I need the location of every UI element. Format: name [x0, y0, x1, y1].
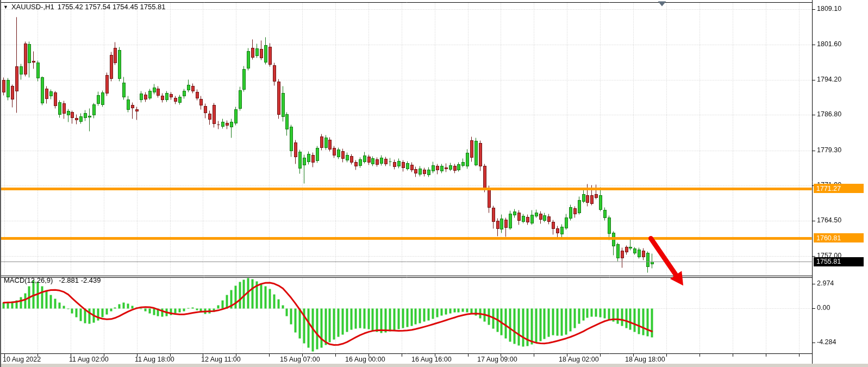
indicator-axis-label: 2.974 — [817, 279, 834, 287]
symbol-dropdown-icon[interactable]: ▼ — [3, 4, 8, 10]
indicator-label: MACD(12,26,9) -2.881 -2.439 — [4, 276, 101, 284]
time-axis-label: 16 Aug 16:00 — [411, 356, 452, 363]
time-axis-label: 16 Aug 00:00 — [345, 356, 385, 363]
macd-name-label: MACD(12,26,9) — [4, 276, 53, 284]
time-axis-label: 18 Aug 18:00 — [625, 356, 665, 363]
last-price-badge: 1755.81 — [814, 257, 864, 266]
chart-title: ▼ XAUUSD-,H1 1755.42 1757.54 1754.45 175… — [3, 3, 165, 11]
indicator-axis-label: -4.284 — [817, 338, 836, 346]
time-axis-label: 10 Aug 2022 — [3, 356, 41, 363]
price-axis-label: 1764.50 — [817, 216, 841, 224]
time-axis-label: 15 Aug 07:00 — [280, 356, 320, 363]
time-axis-label: 11 Aug 02:00 — [69, 356, 109, 363]
window-left-edge — [0, 0, 1, 367]
chart-canvas[interactable] — [0, 0, 868, 367]
horizontal-level-line-1771[interactable] — [0, 187, 812, 191]
price-axis-label: 1786.80 — [817, 110, 841, 118]
level-price-badge: 1760.81 — [814, 233, 864, 242]
price-axis-label: 1809.10 — [817, 5, 841, 13]
window-bottom-edge — [0, 364, 868, 367]
price-axis-label: 1801.60 — [817, 40, 841, 48]
time-axis-label: 12 Aug 11:00 — [201, 356, 241, 363]
ohlc-values-label: 1755.42 1757.54 1754.45 1755.81 — [58, 3, 166, 11]
time-axis-label: 17 Aug 09:00 — [477, 356, 517, 363]
price-axis-label: 1779.30 — [817, 146, 841, 154]
indicator-axis-label: 0.00 — [817, 304, 830, 312]
trading-chart-window: ▼ XAUUSD-,H1 1755.42 1757.54 1754.45 175… — [0, 0, 868, 367]
symbol-timeframe-label: XAUUSD-,H1 — [11, 3, 54, 11]
down-arrow-annotation[interactable] — [647, 234, 693, 291]
price-axis-label: 1794.20 — [817, 76, 841, 83]
macd-values-label: -2.881 -2.439 — [59, 276, 101, 284]
level-price-badge: 1771.27 — [814, 184, 864, 193]
time-axis-label: 18 Aug 02:00 — [559, 356, 599, 363]
time-axis-label: 11 Aug 18:00 — [135, 356, 174, 363]
